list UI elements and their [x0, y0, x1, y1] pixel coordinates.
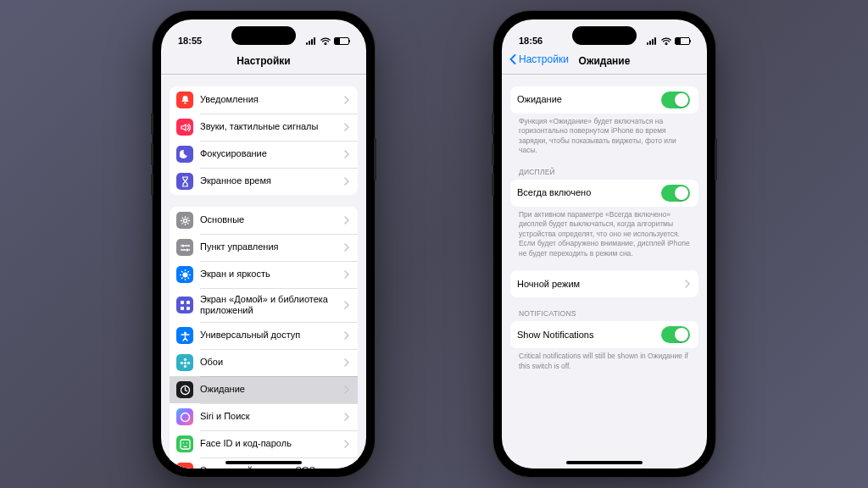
wifi-icon [661, 37, 671, 45]
chevron-right-icon [344, 467, 349, 469]
notifications-header: NOTIFICATIONS [510, 309, 698, 321]
always-on-toggle[interactable] [661, 185, 690, 202]
show-notifications-label: Show Notifications [517, 330, 661, 341]
back-label: Настройки [519, 53, 569, 65]
gear-icon [176, 212, 193, 229]
moon-icon [176, 146, 193, 163]
show-notifications-row[interactable]: Show Notifications [510, 321, 698, 348]
nav-bar: Настройки [161, 53, 366, 75]
hourglass-icon [176, 173, 193, 190]
standby-label: Ожидание [517, 94, 661, 105]
settings-row[interactable]: Экран «Домой» и библиотека приложений [170, 288, 358, 322]
row-label: Экран и яркость [200, 269, 344, 280]
standby-settings[interactable]: Ожидание Функция «Ожидание» будет включа… [502, 75, 707, 469]
sun-icon [176, 266, 193, 283]
row-label: Экранное время [200, 175, 344, 186]
sliders-icon [176, 239, 193, 256]
chevron-right-icon [344, 243, 349, 252]
row-label: Экран «Домой» и библиотека приложений [200, 294, 344, 316]
page-title: Настройки [171, 55, 356, 67]
dynamic-island [231, 26, 296, 45]
cellular-icon [306, 37, 317, 45]
status-time: 18:56 [519, 36, 542, 46]
night-mode-row[interactable]: Ночной режим [510, 270, 698, 297]
row-label: Фокусирование [200, 148, 344, 159]
chevron-right-icon [685, 280, 690, 288]
access-icon [176, 327, 193, 344]
display-header: ДИСПЛЕЙ [510, 168, 698, 180]
battery-icon [675, 37, 690, 45]
chevron-right-icon [344, 358, 349, 367]
settings-row[interactable]: Экран и яркость [170, 261, 358, 288]
chevron-right-icon [344, 270, 349, 279]
show-notifications-toggle[interactable] [661, 326, 690, 343]
battery-icon [334, 37, 349, 45]
row-label: Пункт управления [200, 241, 344, 252]
phone-left: 18:55 Настройки УведомленияЗвуки, тактил… [153, 11, 375, 477]
sos-icon [176, 463, 193, 469]
settings-row[interactable]: Siri и Поиск [170, 403, 358, 430]
row-label: Звуки, тактильные сигналы [200, 121, 344, 132]
row-label: Face ID и код-пароль [200, 438, 344, 449]
standby-row[interactable]: Ожидание [510, 86, 698, 114]
always-on-row[interactable]: Всегда включено [510, 180, 698, 207]
chevron-left-icon [509, 54, 517, 64]
row-label: Основные [200, 214, 344, 225]
chevron-right-icon [344, 96, 349, 104]
row-label: Уведомления [200, 94, 344, 105]
settings-row[interactable]: Обои [170, 349, 358, 376]
row-label: Обои [200, 357, 344, 368]
chevron-right-icon [344, 123, 349, 131]
dynamic-island [572, 26, 637, 45]
row-label: Siri и Поиск [200, 411, 344, 422]
chevron-right-icon [344, 301, 349, 309]
always-on-footer: При активном параметре «Всегда включено»… [510, 207, 698, 258]
settings-list[interactable]: УведомленияЗвуки, тактильные сигналыФоку… [161, 75, 366, 469]
chevron-right-icon [344, 216, 349, 225]
settings-row[interactable]: Звуки, тактильные сигналы [170, 114, 358, 141]
siri-icon [176, 408, 193, 425]
cellular-icon [647, 37, 658, 45]
speaker-icon [176, 119, 193, 136]
chevron-right-icon [344, 150, 349, 158]
chevron-right-icon [344, 385, 349, 394]
always-on-label: Всегда включено [517, 187, 661, 198]
settings-row[interactable]: Face ID и код-пароль [170, 430, 358, 458]
settings-row[interactable]: Ожидание [170, 376, 358, 403]
grid-icon [176, 297, 193, 313]
nav-bar: Настройки Ожидание [502, 53, 707, 75]
bell-icon [176, 92, 193, 108]
settings-row[interactable]: Универсальный доступ [170, 322, 358, 349]
row-label: Универсальный доступ [200, 330, 344, 341]
status-time: 18:55 [178, 36, 202, 46]
row-label: Экстренный вызов — SOS [200, 465, 344, 469]
faceid-icon [176, 435, 193, 452]
settings-row[interactable]: Фокусирование [170, 141, 358, 168]
clock-icon [176, 381, 193, 398]
standby-footer: Функция «Ожидание» будет включаться на г… [510, 114, 698, 156]
back-button[interactable]: Настройки [509, 53, 569, 65]
settings-row[interactable]: Уведомления [170, 86, 358, 114]
chevron-right-icon [344, 440, 349, 448]
home-indicator[interactable] [566, 461, 643, 464]
standby-toggle[interactable] [661, 92, 690, 108]
chevron-right-icon [344, 331, 349, 340]
phone-right: 18:56 Настройки Ожидание Ожидание [493, 11, 715, 477]
notifications-footer: Critical notifications will still be sho… [510, 348, 698, 371]
settings-row[interactable]: Пункт управления [170, 234, 358, 261]
row-label: Ожидание [200, 384, 344, 395]
chevron-right-icon [344, 413, 349, 421]
home-indicator[interactable] [225, 461, 302, 464]
chevron-right-icon [344, 177, 349, 186]
flower-icon [176, 354, 193, 371]
wifi-icon [320, 37, 331, 45]
settings-row[interactable]: Основные [170, 207, 358, 234]
night-mode-label: Ночной режим [517, 279, 685, 290]
settings-row[interactable]: Экранное время [170, 168, 358, 195]
